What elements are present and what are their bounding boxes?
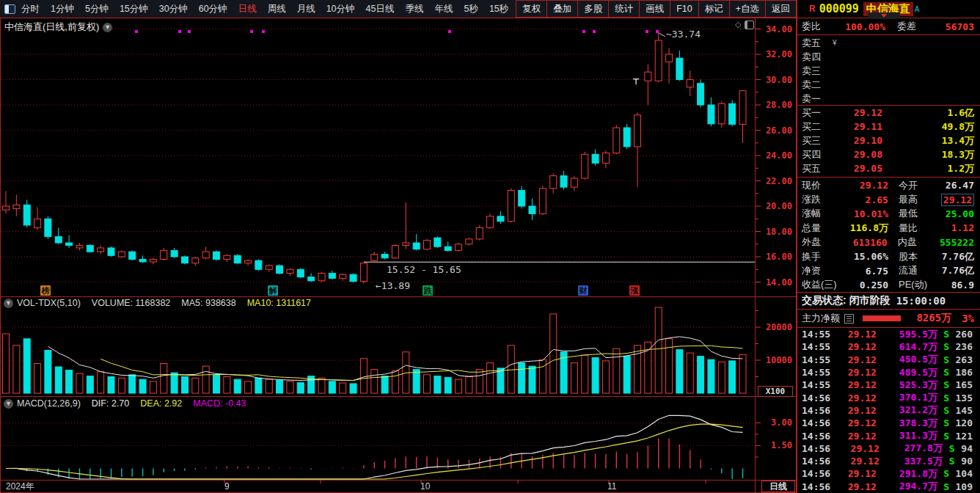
svg-text:跌: 跌: [424, 286, 433, 295]
quote-value: 86.9: [941, 280, 980, 291]
tick-side: S: [937, 481, 956, 492]
tick-time: 14:55: [797, 329, 835, 340]
timeframe-tab[interactable]: 10分钟: [326, 3, 355, 15]
window-icon[interactable]: [4, 4, 15, 14]
quote-value: 1.12: [941, 222, 980, 233]
macd-pane-header: ▼ MACD(12,26,9) DIF: 2.70 DEA: 2.92 MACD…: [4, 398, 254, 409]
ask-label: 卖二: [797, 78, 833, 92]
quote-value-inner: 555222: [940, 237, 974, 248]
toolbar-button[interactable]: 叠加: [546, 0, 578, 18]
toolbar-button[interactable]: 画线: [639, 0, 670, 18]
bid-label: 买二: [797, 120, 833, 134]
tick-time: 14:55: [797, 379, 835, 390]
timeframe-tab[interactable]: 月线: [297, 3, 315, 15]
tick-time: 14:55: [797, 354, 835, 365]
quote-info-row: 涨跌2.65最高29.12: [797, 192, 980, 206]
timeframe-tab[interactable]: 45日线: [366, 3, 395, 15]
timeframe-tab[interactable]: 分时: [21, 3, 40, 15]
quote-panel: R 000099 中信海直 A 委比 100.00% 委差 56703 卖五¥卖…: [797, 0, 980, 493]
svg-text:30.00: 30.00: [766, 75, 792, 85]
trade-tick-list[interactable]: 14:5529.12595.5万S26014:5529.12614.7万S236…: [797, 328, 980, 493]
quote-value: 15.06%: [846, 251, 888, 262]
timeframe-tab[interactable]: 15分钟: [120, 3, 148, 15]
trade-tick-row: 14:5529.12450.5万S263: [797, 354, 980, 366]
kline-chart[interactable]: ~33.7415.52 - 15.65←13.89⊤榜解跌财涨14.0016.0…: [0, 0, 797, 493]
macd-dif-value: DIF: 2.70: [92, 398, 129, 409]
quote-value: 29.12: [846, 180, 888, 191]
toolbar-button[interactable]: +自选: [729, 0, 766, 18]
tick-lots: 109: [956, 481, 980, 492]
trade-tick-row: 14:5529.12614.7万S236: [797, 340, 980, 353]
trade-tick-row: 14:5629.12321.2万S145: [797, 404, 980, 417]
tick-amount: 525.3万: [877, 379, 937, 392]
chevron-down-icon[interactable]: ▼: [4, 399, 13, 409]
collapse-handle[interactable]: [868, 12, 900, 19]
svg-text:26.00: 26.00: [766, 125, 792, 136]
list-icon[interactable]: [844, 314, 854, 324]
zhuli-label: 主力净额: [802, 312, 840, 325]
diamond-icon[interactable]: ◇: [735, 20, 741, 29]
chevron-down-icon[interactable]: ▼: [4, 299, 13, 308]
svg-text:14.00: 14.00: [766, 277, 792, 288]
svg-text:24.00: 24.00: [766, 150, 792, 161]
toolbar: 分时1分钟5分钟15分钟30分钟60分钟日线周线月线10分钟45日线季线年线5秒…: [0, 0, 797, 18]
tick-lots: 263: [956, 354, 980, 365]
toolbar-button[interactable]: 统计: [608, 0, 640, 18]
chart-title: 中信海直(日线,前复权): [4, 21, 99, 34]
trade-tick-row: 14:5529.12595.5万S260: [797, 328, 980, 340]
chevron-down-icon[interactable]: ▼: [103, 23, 112, 32]
ask-row: 卖五¥: [797, 36, 980, 50]
quote-value-inner: 26.47: [946, 180, 974, 191]
chart-canvas[interactable]: ~33.7415.52 - 15.65←13.89⊤榜解跌财涨14.0016.0…: [0, 0, 797, 493]
tick-price: 29.12: [835, 367, 877, 378]
timeframe-tab[interactable]: 1分钟: [51, 3, 74, 15]
toolbar-button[interactable]: 标记: [698, 0, 730, 18]
quote-value-inner: 25.00: [946, 208, 974, 219]
weicha-label: 委差: [885, 20, 929, 33]
status-time: 15:00:00: [896, 295, 946, 307]
timeframe-tab[interactable]: 年线: [434, 3, 453, 15]
quote-info-row: 外盘613160内盘555222: [797, 235, 980, 249]
tick-amount: 614.7万: [877, 340, 937, 354]
bid-price: 29.05: [833, 163, 882, 174]
tick-time: 14:56: [797, 481, 835, 492]
bid-row: 买一29.121.6亿: [797, 106, 980, 120]
bid-label: 买四: [797, 148, 833, 161]
toolbar-button[interactable]: 多股: [577, 0, 609, 18]
tick-price: 29.12: [836, 443, 880, 454]
trade-tick-row: 14:5629.12291.8万S104: [797, 467, 980, 480]
stock-code: 000099: [819, 2, 859, 15]
status-label: 交易状态:: [802, 294, 846, 307]
weibi-row: 委比 100.00% 委差 56703: [797, 18, 980, 34]
panel-layout-icon[interactable]: [745, 21, 754, 29]
period-indicator-box[interactable]: 日线: [761, 481, 795, 492]
quote-label: 股本: [888, 250, 941, 263]
bid-row: 买四29.0818.3万: [797, 147, 980, 161]
timeframe-tab[interactable]: 5分钟: [85, 3, 109, 15]
tick-side: S: [937, 329, 956, 340]
timeframe-tab[interactable]: 5秒: [464, 3, 478, 15]
timeframe-tab[interactable]: 60分钟: [199, 3, 227, 15]
timeframe-tab[interactable]: 周线: [268, 3, 286, 15]
timeframe-tab[interactable]: 日线: [238, 3, 257, 15]
tick-time: 14:56: [797, 431, 835, 442]
toolbar-button[interactable]: F10: [670, 0, 699, 18]
svg-text:11: 11: [607, 481, 617, 492]
r-badge: R: [809, 4, 816, 14]
quote-info-row: 现价29.12今开26.47: [797, 178, 980, 192]
toolbar-button[interactable]: 复权: [516, 0, 547, 18]
quote-label: 内盘: [888, 235, 940, 249]
tick-amount: 337.5万: [880, 455, 943, 468]
quote-label: 涨跌: [797, 193, 846, 206]
tick-lots: 121: [956, 431, 980, 442]
tick-side: S: [943, 443, 961, 454]
toolbar-button[interactable]: 返回: [765, 0, 797, 18]
timeframe-tab[interactable]: 15秒: [489, 3, 508, 15]
svg-text:34.00: 34.00: [766, 24, 792, 34]
timeframe-tab[interactable]: 季线: [405, 3, 423, 15]
ask-row: 卖二: [797, 78, 980, 92]
timeframe-tab[interactable]: 30分钟: [159, 3, 188, 15]
ask-label: 卖三: [797, 65, 833, 78]
tick-amount: 378.3万: [877, 417, 937, 430]
quote-value-inner: 1.12: [951, 222, 974, 233]
